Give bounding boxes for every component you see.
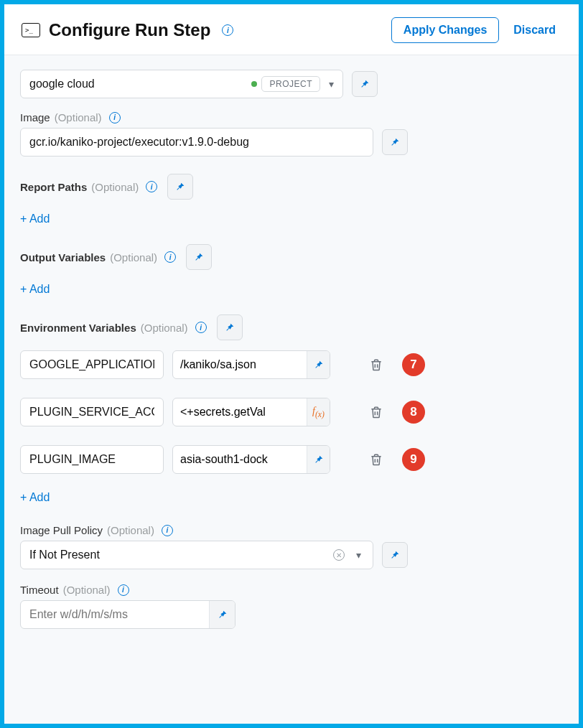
environment-variables-label: Environment Variables	[20, 322, 136, 334]
trash-icon	[369, 452, 383, 467]
env-var-value-wrapper	[172, 445, 330, 474]
trash-icon	[369, 405, 383, 419]
chevron-down-icon[interactable]: ▾	[325, 75, 338, 93]
pin-icon	[359, 78, 370, 90]
timeout-label: Timeout	[20, 584, 59, 596]
info-icon[interactable]: i	[164, 251, 176, 263]
chevron-down-icon[interactable]: ▾	[352, 546, 365, 564]
image-input[interactable]	[20, 128, 373, 157]
env-var-value-input[interactable]	[173, 398, 307, 426]
annotation-badge: 9	[402, 448, 425, 471]
pin-icon	[389, 549, 401, 561]
optional-text: (Optional)	[141, 322, 188, 334]
add-output-variable-link[interactable]: + Add	[20, 283, 50, 296]
pin-button[interactable]	[307, 446, 330, 473]
optional-text: (Optional)	[91, 181, 139, 193]
add-report-path-link[interactable]: + Add	[20, 213, 50, 225]
pin-button[interactable]	[382, 542, 408, 568]
info-icon[interactable]: i	[109, 112, 121, 123]
optional-text: (Optional)	[55, 111, 102, 123]
pin-button[interactable]	[352, 71, 378, 97]
optional-text: (Optional)	[107, 524, 154, 536]
pin-icon	[193, 251, 205, 263]
env-var-value-input[interactable]	[173, 446, 307, 473]
optional-text: (Optional)	[63, 584, 111, 596]
env-var-row: 7	[20, 350, 563, 379]
env-var-key-input[interactable]	[20, 398, 164, 426]
scope-tag: PROJECT	[261, 76, 320, 92]
env-var-row: f(x) 8	[20, 398, 563, 426]
pin-button[interactable]	[307, 351, 330, 378]
clear-icon[interactable]: ✕	[333, 549, 345, 561]
env-var-key-input[interactable]	[20, 445, 164, 474]
fx-icon: f(x)	[312, 406, 325, 419]
pin-icon	[174, 181, 186, 192]
env-var-value-input[interactable]	[173, 351, 307, 378]
env-var-row: 9	[20, 445, 563, 474]
container-registry-select[interactable]: google cloud PROJECT ▾	[20, 70, 343, 98]
info-icon[interactable]: i	[146, 181, 157, 192]
modal-header: >_ Configure Run Step i Apply Changes Di…	[4, 4, 579, 55]
optional-text: (Optional)	[110, 251, 157, 263]
delete-row-button[interactable]	[366, 402, 386, 422]
pin-icon	[313, 359, 325, 370]
discard-button[interactable]: Discard	[508, 18, 561, 42]
page-title: Configure Run Step	[49, 20, 210, 40]
pin-button[interactable]	[186, 244, 212, 270]
report-paths-label: Report Paths	[20, 181, 87, 193]
annotation-badge: 7	[402, 353, 425, 376]
info-icon[interactable]: i	[195, 322, 207, 333]
image-pull-policy-label: Image Pull Policy	[20, 524, 103, 536]
image-label: Image	[20, 111, 50, 123]
timeout-input[interactable]	[21, 608, 209, 621]
pin-button[interactable]	[167, 174, 193, 200]
pin-icon	[389, 136, 401, 148]
annotation-badge: 8	[402, 401, 425, 424]
expression-button[interactable]: f(x)	[307, 398, 330, 426]
output-variables-label: Output Variables	[20, 251, 106, 263]
connector-name: google cloud	[29, 78, 251, 90]
terminal-icon: >_	[22, 23, 40, 37]
pin-button[interactable]	[217, 314, 243, 340]
timeout-input-wrapper	[20, 600, 235, 629]
pin-icon	[313, 454, 325, 465]
info-icon[interactable]: i	[162, 525, 173, 536]
apply-changes-button[interactable]: Apply Changes	[391, 17, 499, 43]
pin-icon	[224, 322, 235, 333]
trash-icon	[369, 358, 383, 372]
pin-button[interactable]	[382, 129, 408, 155]
pin-icon	[217, 609, 228, 620]
info-icon[interactable]: i	[222, 24, 233, 36]
status-dot-icon	[251, 81, 257, 87]
select-value: If Not Present	[29, 549, 333, 561]
form-body: google cloud PROJECT ▾ Image (Optional) …	[4, 55, 579, 724]
delete-row-button[interactable]	[366, 355, 386, 375]
pin-button[interactable]	[209, 601, 235, 628]
env-var-value-wrapper: f(x)	[172, 398, 330, 426]
add-env-var-link[interactable]: + Add	[20, 491, 50, 504]
info-icon[interactable]: i	[118, 584, 129, 596]
image-pull-policy-select[interactable]: If Not Present ✕ ▾	[20, 541, 373, 569]
env-var-value-wrapper	[172, 350, 330, 379]
env-var-key-input[interactable]	[20, 350, 164, 379]
delete-row-button[interactable]	[366, 449, 386, 470]
